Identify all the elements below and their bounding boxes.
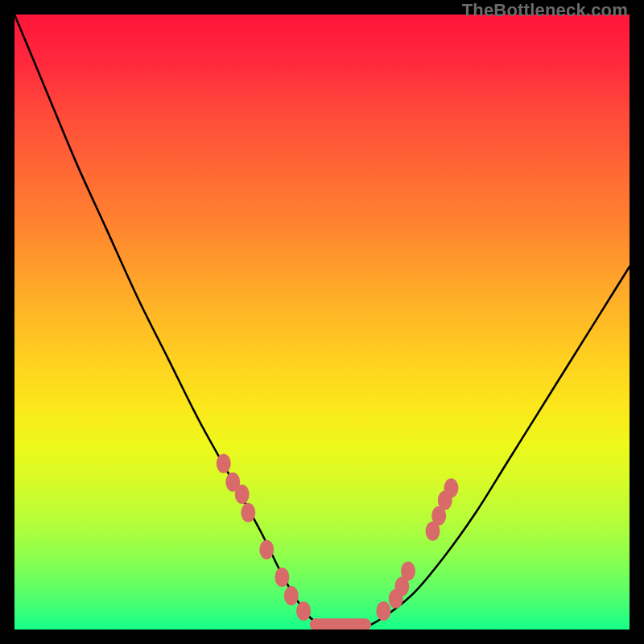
marker-left-2 bbox=[235, 485, 250, 504]
marker-left-4 bbox=[259, 540, 274, 559]
marker-right-7 bbox=[444, 478, 458, 497]
valley-bar bbox=[310, 618, 371, 630]
marker-right-0 bbox=[376, 601, 390, 621]
marker-left-6 bbox=[284, 586, 299, 605]
marker-left-0 bbox=[217, 454, 231, 473]
marker-right-3 bbox=[401, 561, 415, 580]
marker-left-5 bbox=[275, 568, 289, 587]
plot-svg bbox=[14, 14, 630, 630]
chart-frame: TheBottleneck.com bbox=[0, 0, 644, 644]
marker-left-3 bbox=[241, 503, 255, 522]
bottleneck-curve bbox=[14, 14, 630, 630]
marker-left-7 bbox=[296, 601, 311, 621]
watermark-text: TheBottleneck.com bbox=[462, 0, 628, 21]
plot-area bbox=[14, 14, 630, 630]
